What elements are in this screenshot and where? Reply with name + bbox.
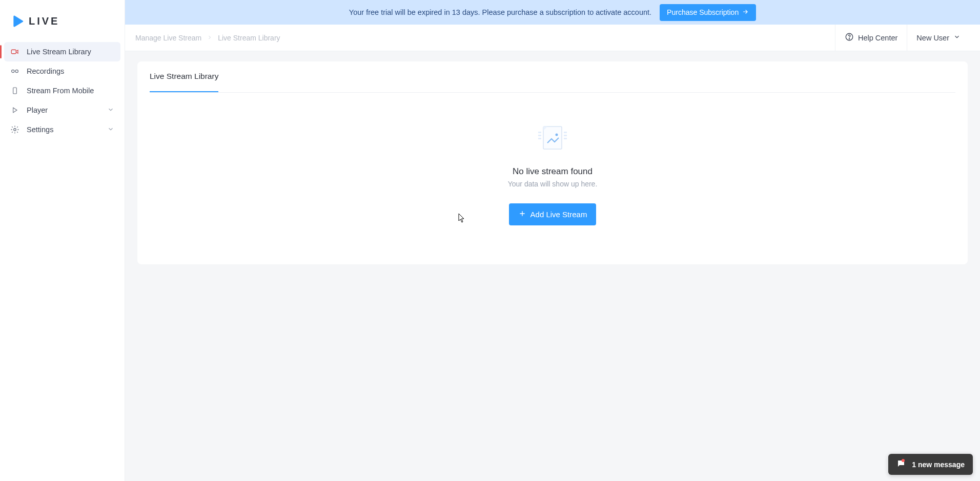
logo-text: LIVE (29, 15, 59, 27)
arrow-right-icon (742, 8, 749, 17)
nav: Live Stream Library Recordings Stream Fr… (0, 42, 125, 139)
plus-icon (518, 210, 526, 219)
svg-point-6 (849, 38, 849, 39)
svg-point-1 (12, 70, 14, 72)
svg-rect-7 (543, 127, 562, 149)
svg-rect-11 (538, 138, 541, 139)
trial-banner-message: Your free trial will be expired in 13 da… (349, 8, 651, 16)
sidebar-item-label: Live Stream Library (27, 48, 91, 56)
add-live-stream-label: Add Live Stream (530, 210, 587, 219)
empty-state-subtitle: Your data will show up here. (508, 180, 598, 188)
chevron-down-icon (107, 106, 114, 115)
sidebar-item-stream-from-mobile[interactable]: Stream From Mobile (4, 81, 120, 100)
sidebar-item-recordings[interactable]: Recordings (4, 61, 120, 81)
svg-point-2 (15, 70, 18, 72)
chevron-right-icon (207, 34, 213, 42)
svg-rect-12 (564, 132, 567, 133)
svg-point-8 (556, 134, 558, 136)
help-icon (845, 32, 854, 43)
mobile-icon (10, 86, 19, 95)
sidebar-item-settings[interactable]: Settings (4, 120, 120, 139)
svg-rect-9 (538, 132, 541, 133)
recordings-icon (10, 67, 19, 76)
breadcrumb: Manage Live Stream Live Stream Library (135, 34, 280, 42)
chevron-down-icon (953, 33, 961, 42)
help-center-label: Help Center (858, 34, 897, 42)
library-card: Live Stream Library (137, 61, 968, 264)
user-menu[interactable]: New User (907, 25, 970, 51)
sidebar: LIVE Live Stream Library Recordings Stre… (0, 0, 125, 481)
sidebar-item-label: Recordings (27, 67, 64, 75)
logo[interactable]: LIVE (0, 12, 125, 42)
chevron-down-icon (107, 126, 114, 134)
svg-rect-13 (564, 135, 567, 136)
empty-state: No live stream found Your data will show… (150, 93, 955, 236)
svg-point-4 (14, 129, 16, 131)
sidebar-item-player[interactable]: Player (4, 100, 120, 120)
svg-rect-0 (11, 50, 16, 54)
purchase-subscription-button[interactable]: Purchase Subscription (660, 4, 756, 21)
trial-banner: Your free trial will be expired in 13 da… (125, 0, 980, 25)
breadcrumb-current[interactable]: Live Stream Library (218, 34, 280, 42)
content: Live Stream Library (125, 51, 980, 275)
main: Your free trial will be expired in 13 da… (125, 0, 980, 481)
chat-notification-text: 1 new message (912, 461, 965, 469)
tab-live-stream-library[interactable]: Live Stream Library (150, 61, 218, 92)
svg-rect-10 (538, 135, 541, 136)
logo-icon (11, 14, 25, 28)
header: Manage Live Stream Live Stream Library H… (125, 25, 980, 51)
empty-state-title: No live stream found (513, 166, 593, 177)
breadcrumb-root[interactable]: Manage Live Stream (135, 34, 201, 42)
sidebar-item-label: Player (27, 106, 48, 114)
sidebar-item-label: Stream From Mobile (27, 87, 94, 95)
purchase-subscription-label: Purchase Subscription (667, 8, 739, 16)
svg-rect-14 (564, 138, 567, 139)
svg-rect-3 (13, 88, 17, 94)
sidebar-item-live-stream-library[interactable]: Live Stream Library (4, 42, 120, 61)
play-icon (10, 106, 19, 115)
sidebar-item-label: Settings (27, 126, 53, 134)
tabs: Live Stream Library (150, 61, 955, 93)
user-menu-label: New User (916, 34, 949, 42)
chat-notification[interactable]: 1 new message (888, 454, 973, 475)
help-center-link[interactable]: Help Center (835, 25, 907, 51)
empty-state-illustration (534, 123, 571, 155)
gear-icon (10, 125, 19, 134)
add-live-stream-button[interactable]: Add Live Stream (509, 203, 597, 225)
video-camera-icon (10, 47, 19, 56)
